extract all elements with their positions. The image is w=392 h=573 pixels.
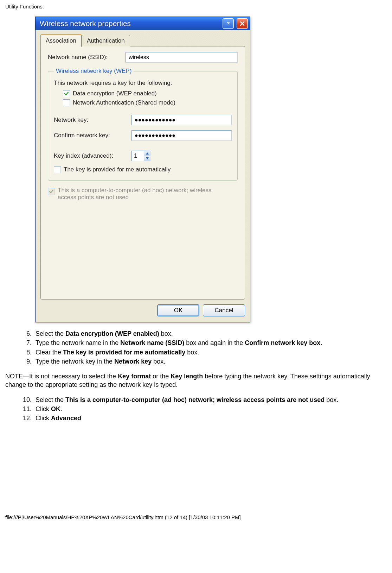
- wep-intro: This network requires a key for the foll…: [54, 80, 232, 87]
- auto-key-label: The key is provided for me automatically: [64, 166, 171, 173]
- page-title: Utility Functions:: [5, 4, 387, 10]
- step-9: Type the network key in the Network key …: [33, 357, 387, 366]
- confirm-key-input[interactable]: [131, 130, 232, 141]
- confirm-key-label: Confirm network key:: [54, 132, 126, 139]
- data-encryption-checkbox[interactable]: [63, 90, 70, 97]
- cancel-button[interactable]: Cancel: [203, 304, 245, 316]
- ssid-input[interactable]: [126, 52, 238, 63]
- help-button[interactable]: ?: [223, 18, 234, 29]
- note-paragraph: NOTE—It is not necessary to select the K…: [5, 372, 387, 389]
- step-12: Click Advanced: [33, 414, 387, 422]
- auto-key-checkbox[interactable]: [54, 166, 61, 173]
- data-encryption-label: Data encryption (WEP enabled): [73, 90, 157, 97]
- dialog-title: Wireless network properties: [40, 19, 220, 28]
- wep-legend: Wireless network key (WEP): [54, 68, 134, 75]
- wep-group: Wireless network key (WEP) This network …: [48, 68, 238, 181]
- tab-strip: Association Authentication: [40, 34, 245, 46]
- step-11: Click OK.: [33, 405, 387, 413]
- svg-text:?: ?: [226, 21, 230, 26]
- ssid-label: Network name (SSID):: [48, 54, 120, 61]
- footer-path: file:///P|/User%20Manuals/HP%20XP%20WLAN…: [5, 514, 387, 520]
- spinner-up[interactable]: [144, 151, 150, 156]
- step-6: Select the Data encryption (WEP enabled)…: [33, 329, 387, 338]
- titlebar: Wireless network properties ?: [36, 17, 250, 30]
- network-key-label: Network key:: [54, 117, 126, 124]
- spinner-down[interactable]: [144, 156, 150, 161]
- instruction-list-a: Select the Data encryption (WEP enabled)…: [5, 329, 387, 366]
- key-index-spinner[interactable]: 1: [131, 151, 150, 161]
- adhoc-label: This is a computer-to-computer (ad hoc) …: [58, 187, 223, 201]
- key-index-label: Key index (advanced):: [54, 152, 126, 159]
- network-auth-label: Network Authentication (Shared mode): [73, 99, 175, 106]
- ok-button[interactable]: OK: [157, 304, 199, 316]
- network-key-input[interactable]: [131, 115, 232, 125]
- step-10: Select the This is a computer-to-compute…: [33, 396, 387, 404]
- dialog-button-row: OK Cancel: [36, 300, 250, 322]
- wireless-properties-dialog: Wireless network properties ? Associatio…: [35, 17, 250, 322]
- adhoc-checkbox: [48, 188, 55, 195]
- tab-association[interactable]: Association: [40, 34, 82, 47]
- instruction-list-b: Select the This is a computer-to-compute…: [5, 396, 387, 423]
- key-index-value: 1: [132, 151, 144, 161]
- step-8: Clear the The key is provided for me aut…: [33, 348, 387, 357]
- network-auth-checkbox[interactable]: [63, 99, 70, 106]
- tab-authentication[interactable]: Authentication: [82, 35, 130, 46]
- tab-panel-association: Network name (SSID): Wireless network ke…: [40, 46, 245, 300]
- close-button[interactable]: [237, 18, 248, 29]
- screenshot-figure: Wireless network properties ? Associatio…: [35, 17, 387, 322]
- step-7: Type the network name in the Network nam…: [33, 339, 387, 347]
